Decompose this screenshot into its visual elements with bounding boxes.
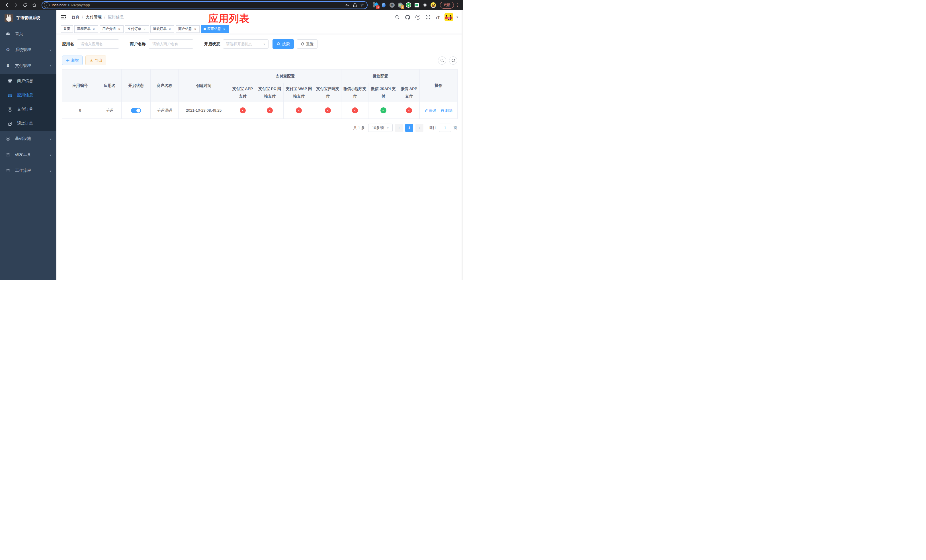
sidebar-item-label: 首页	[15, 31, 51, 36]
cell-app-id: 6	[62, 102, 98, 119]
group-wechat-config: 微信配置	[341, 70, 420, 83]
tag-label: 流程表单	[77, 26, 91, 31]
close-icon[interactable]: ×	[193, 27, 197, 31]
add-button[interactable]: 新增	[62, 56, 83, 65]
pagination: 共 1 条 10条/页 ∨ ‹ 1 › 前往 页	[62, 124, 457, 132]
reload-icon[interactable]	[21, 1, 29, 9]
breadcrumb-home[interactable]: 首页	[71, 15, 79, 20]
close-icon[interactable]: ×	[143, 27, 146, 31]
dashboard-icon	[5, 32, 11, 36]
site-info-icon[interactable]: i	[44, 2, 50, 8]
extension-chat-icon[interactable]	[414, 2, 419, 8]
hide-search-button[interactable]	[438, 56, 446, 65]
briefcase-icon	[5, 168, 11, 173]
table-toolbar: 新增 导出	[62, 56, 457, 65]
tag-home[interactable]: 首页	[61, 25, 73, 33]
password-key-icon[interactable]	[344, 2, 351, 9]
close-icon[interactable]: ×	[117, 27, 121, 31]
app-name-input[interactable]	[77, 39, 119, 49]
sidebar-item-refund-orders[interactable]: 退款订单	[0, 117, 56, 131]
status-toggle[interactable]	[131, 108, 141, 113]
yen-icon: ¥	[5, 63, 11, 69]
extension-balloon-icon[interactable]	[381, 2, 386, 8]
forward-icon[interactable]	[12, 1, 20, 9]
user-avatar[interactable]	[445, 13, 453, 21]
address-bar[interactable]: i localhost:1024/pay/app ☆	[42, 1, 368, 9]
sidebar-item-label: 工作流程	[15, 168, 50, 173]
share-icon[interactable]	[351, 2, 359, 9]
refresh-button[interactable]	[449, 56, 457, 65]
col-app-name: 应用名	[98, 70, 122, 102]
yen-circle-icon: ¥	[7, 107, 13, 112]
reset-button[interactable]: 重置	[297, 39, 318, 49]
tag-merchant-info[interactable]: 商户信息×	[176, 25, 200, 33]
sidebar-item-system[interactable]: ⚙ 系统管理 ∨	[0, 42, 56, 58]
tag-user-group[interactable]: 用户分组×	[100, 25, 124, 33]
sidebar-item-infrastructure[interactable]: 基础设施 ∨	[0, 131, 56, 147]
cell-alipay-app	[229, 102, 256, 119]
extensions-puzzle-icon[interactable]	[422, 2, 428, 8]
sidebar-item-dev-tools[interactable]: 研发工具 ∨	[0, 147, 56, 163]
cell-alipay-qr	[314, 102, 341, 119]
status-label: 开启状态	[204, 42, 220, 47]
sidebar-item-app-info[interactable]: 应用信息	[0, 88, 56, 102]
extension-badge-2: 1	[401, 5, 404, 9]
chrome-update-button[interactable]: 更新	[440, 2, 454, 9]
collapse-sidebar-icon[interactable]	[61, 14, 67, 20]
close-icon[interactable]: ×	[222, 27, 226, 31]
logo[interactable]: 芋道管理系统	[0, 10, 56, 26]
avatar-caret-icon[interactable]: ▼	[456, 16, 459, 19]
browser-menu-icon[interactable]: ⋮	[455, 3, 460, 8]
status-fail-icon	[240, 107, 246, 114]
col-alipay-app: 支付宝 APP 支付	[229, 83, 256, 102]
sidebar-item-workflow[interactable]: 工作流程 ∨	[0, 163, 56, 179]
tag-label: 用户分组	[102, 26, 116, 31]
sidebar-item-merchant-info[interactable]: 商户信息	[0, 74, 56, 88]
current-page[interactable]: 1	[405, 124, 413, 132]
extension-recorder-icon[interactable]: 1	[398, 2, 403, 8]
status-fail-icon	[352, 107, 358, 114]
sidebar-item-label: 系统管理	[15, 47, 50, 52]
status-select[interactable]: 请选择开启状态 ∨	[223, 39, 268, 49]
tag-label: 首页	[64, 26, 70, 31]
sidebar-item-label: 商户信息	[17, 78, 51, 83]
tag-refund-orders[interactable]: 退款订单×	[150, 25, 174, 33]
fullscreen-icon[interactable]	[425, 14, 431, 20]
tag-app-info[interactable]: 应用信息×	[201, 25, 228, 33]
close-icon[interactable]: ×	[168, 27, 172, 31]
prev-page-button[interactable]: ‹	[395, 124, 403, 132]
tag-pay-orders[interactable]: 支付订单×	[125, 25, 149, 33]
goto-page-input[interactable]	[439, 124, 451, 132]
bookmark-star-icon[interactable]: ☆	[359, 2, 366, 9]
home-icon[interactable]	[30, 1, 38, 9]
search-icon[interactable]	[395, 14, 400, 20]
url-text[interactable]: localhost:1024/pay/app	[52, 3, 344, 7]
page-size-select[interactable]: 10条/页 ∨	[368, 124, 393, 132]
merchant-name-input[interactable]	[149, 39, 193, 49]
scrollbar[interactable]	[461, 10, 463, 280]
back-icon[interactable]	[3, 1, 11, 9]
sidebar-item-home[interactable]: 首页	[0, 26, 56, 42]
breadcrumb: 首页 / 支付管理 / 应用信息	[71, 15, 124, 20]
goto-label: 前往	[429, 125, 437, 130]
sidebar-item-pay-orders[interactable]: ¥ 支付订单	[0, 102, 56, 117]
status-fail-icon	[267, 107, 273, 114]
delete-link[interactable]: 删除	[441, 108, 452, 113]
search-button[interactable]: 搜索	[272, 39, 294, 49]
extension-y-icon[interactable]: y	[406, 2, 411, 8]
edit-link[interactable]: 修改	[425, 108, 436, 113]
github-icon[interactable]	[405, 14, 411, 20]
help-icon[interactable]: ?	[415, 14, 421, 20]
extension-strip: 10 ⌘ 1 y	[373, 2, 436, 8]
export-button[interactable]: 导出	[85, 56, 106, 65]
extension-blocks-icon[interactable]: 10	[373, 2, 378, 8]
add-button-label: 新增	[71, 58, 79, 63]
sidebar-item-payment[interactable]: ¥ 支付管理 ∧	[0, 58, 56, 74]
sidebar: 芋道管理系统 首页 ⚙ 系统管理 ∨ ¥ 支付管理 ∧	[0, 10, 56, 280]
extension-command-icon[interactable]: ⌘	[389, 2, 395, 8]
close-icon[interactable]: ×	[92, 27, 96, 31]
profile-avatar-icon[interactable]	[431, 2, 436, 8]
tag-process-form[interactable]: 流程表单×	[74, 25, 98, 33]
font-size-icon[interactable]: TT	[436, 15, 440, 20]
next-page-button[interactable]: ›	[415, 124, 424, 132]
